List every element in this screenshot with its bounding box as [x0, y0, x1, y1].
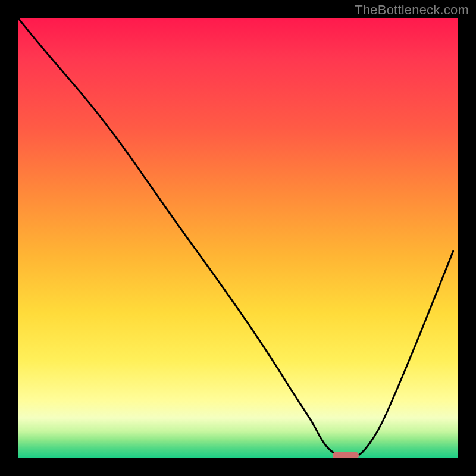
bottleneck-curve: [18, 18, 458, 458]
optimum-marker: [333, 452, 359, 458]
attribution-text: TheBottleneck.com: [355, 2, 469, 18]
chart-frame: TheBottleneck.com: [0, 0, 476, 476]
plot-area: [18, 18, 458, 458]
